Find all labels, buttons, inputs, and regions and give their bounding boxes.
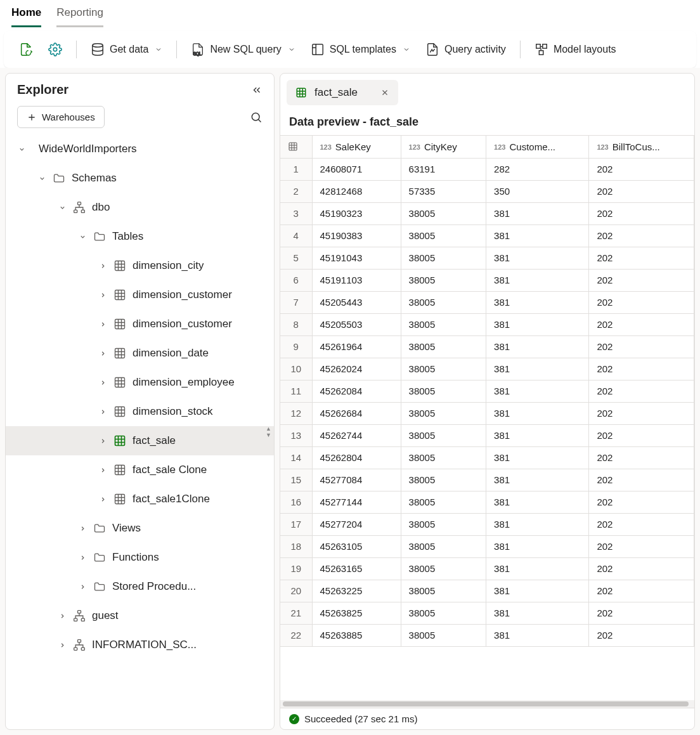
tree-table-5[interactable]: dimension_stock bbox=[6, 397, 274, 426]
table-row[interactable]: 224526388538005381202 bbox=[280, 624, 694, 646]
table-row[interactable]: 44519038338005381202 bbox=[280, 224, 694, 247]
close-icon[interactable] bbox=[380, 88, 389, 97]
tree-root[interactable]: WideWorldImporters bbox=[6, 134, 274, 164]
column-header-1[interactable]: 123CityKey bbox=[401, 136, 486, 158]
rownum-cell: 20 bbox=[280, 580, 312, 602]
tree-views[interactable]: Views bbox=[6, 514, 274, 543]
table-row[interactable]: 84520550338005381202 bbox=[280, 313, 694, 335]
table-row[interactable]: 34519032338005381202 bbox=[280, 202, 694, 224]
caret-icon bbox=[98, 438, 107, 445]
warehouses-button[interactable]: Warehouses bbox=[17, 106, 105, 128]
status-text: Succeeded (27 sec 21 ms) bbox=[304, 713, 417, 724]
tree-item-label: INFORMATION_SC... bbox=[92, 631, 197, 659]
table-row[interactable]: 184526310538005381202 bbox=[280, 535, 694, 557]
column-header-0[interactable]: 123SaleKey bbox=[312, 136, 401, 158]
tree-tables[interactable]: Tables bbox=[6, 222, 274, 251]
table-row[interactable]: 164527714438005381202 bbox=[280, 491, 694, 513]
rownum-header[interactable] bbox=[280, 136, 312, 158]
table-row[interactable]: 144526280438005381202 bbox=[280, 446, 694, 469]
rownum-cell: 6 bbox=[280, 269, 312, 291]
table-row[interactable]: 194526316538005381202 bbox=[280, 557, 694, 580]
table-row[interactable]: 134526274438005381202 bbox=[280, 424, 694, 446]
caret-icon bbox=[58, 642, 67, 649]
table-row[interactable]: 124526268438005381202 bbox=[280, 402, 694, 424]
tree-table-1[interactable]: dimension_customer bbox=[6, 280, 274, 309]
cell: 202 bbox=[589, 424, 694, 446]
get-data-button[interactable]: Get data bbox=[86, 39, 167, 60]
cell: 350 bbox=[486, 180, 589, 202]
search-icon[interactable] bbox=[250, 111, 262, 124]
sql-file-icon: SQL bbox=[191, 42, 205, 56]
caret-icon bbox=[37, 175, 46, 182]
tree-item-label: WideWorldImporters bbox=[39, 135, 137, 163]
table-row[interactable]: 154527708438005381202 bbox=[280, 469, 694, 491]
tree-item-label: Tables bbox=[112, 223, 143, 250]
svg-rect-10 bbox=[81, 210, 84, 212]
cell: 202 bbox=[589, 335, 694, 358]
collapse-icon[interactable] bbox=[251, 84, 262, 96]
table-row[interactable]: 64519110338005381202 bbox=[280, 269, 694, 291]
tree-schemas[interactable]: Schemas bbox=[6, 164, 274, 193]
model-layouts-label: Model layouts bbox=[554, 44, 616, 55]
svg-point-1 bbox=[93, 44, 103, 48]
table-icon bbox=[113, 289, 126, 301]
rownum-cell: 16 bbox=[280, 491, 312, 513]
query-activity-button[interactable]: Query activity bbox=[420, 39, 511, 60]
rownum-cell: 7 bbox=[280, 291, 312, 313]
cell: 381 bbox=[486, 580, 589, 602]
tree-schema-guest[interactable]: guest bbox=[6, 601, 274, 630]
tree-table-8[interactable]: fact_sale1Clone bbox=[6, 485, 274, 514]
table-row[interactable]: 24281246857335350202 bbox=[280, 180, 694, 202]
sql-templates-button[interactable]: SQL templates bbox=[306, 39, 415, 60]
cell: 45190383 bbox=[312, 224, 401, 247]
caret-icon bbox=[98, 408, 107, 415]
tab-home[interactable]: Home bbox=[11, 6, 41, 27]
gear-icon bbox=[48, 42, 62, 56]
svg-text:SQL: SQL bbox=[193, 51, 202, 56]
refresh-button[interactable] bbox=[14, 39, 38, 60]
tree-table-6[interactable]: fact_sale bbox=[6, 426, 274, 455]
tree-table-4[interactable]: dimension_employee bbox=[6, 368, 274, 397]
cell: 45263165 bbox=[312, 557, 401, 580]
settings-button[interactable] bbox=[43, 39, 67, 60]
cell: 202 bbox=[589, 313, 694, 335]
tree-table-3[interactable]: dimension_date bbox=[6, 339, 274, 368]
table-row[interactable]: 174527720438005381202 bbox=[280, 513, 694, 535]
table-row[interactable]: 94526196438005381202 bbox=[280, 335, 694, 358]
table-row[interactable]: 12460807163191282202 bbox=[280, 158, 694, 180]
tree-item-label: Views bbox=[112, 514, 141, 542]
tree-table-7[interactable]: fact_sale Clone bbox=[6, 455, 274, 485]
cell: 38005 bbox=[401, 513, 486, 535]
cell: 38005 bbox=[401, 557, 486, 580]
tree-functions[interactable]: Functions bbox=[6, 543, 274, 572]
explorer-tree[interactable]: WideWorldImporters Schemas dbo Tables di… bbox=[6, 134, 274, 729]
data-grid[interactable]: 123SaleKey123CityKey123Custome...123Bill… bbox=[280, 135, 694, 700]
cell: 45277144 bbox=[312, 491, 401, 513]
table-row[interactable]: 114526208438005381202 bbox=[280, 380, 694, 402]
caret-icon bbox=[58, 204, 67, 211]
tab-reporting[interactable]: Reporting bbox=[56, 6, 103, 27]
horizontal-scrollbar[interactable] bbox=[280, 700, 694, 708]
schema-icon bbox=[73, 201, 86, 214]
table-row[interactable]: 204526322538005381202 bbox=[280, 580, 694, 602]
column-header-2[interactable]: 123Custome... bbox=[486, 136, 589, 158]
svg-rect-25 bbox=[81, 647, 84, 650]
table-row[interactable]: 74520544338005381202 bbox=[280, 291, 694, 313]
folder-icon bbox=[53, 172, 65, 185]
svg-rect-24 bbox=[74, 647, 77, 650]
new-sql-button[interactable]: SQL New SQL query bbox=[186, 39, 300, 60]
tree-schema-information[interactable]: INFORMATION_SC... bbox=[6, 630, 274, 660]
model-layouts-button[interactable]: Model layouts bbox=[529, 39, 621, 60]
table-row[interactable]: 214526382538005381202 bbox=[280, 602, 694, 624]
tree-schema-dbo[interactable]: dbo bbox=[6, 193, 274, 222]
column-header-3[interactable]: 123BillToCus... bbox=[589, 136, 694, 158]
caret-icon bbox=[98, 379, 107, 386]
document-tab[interactable]: fact_sale bbox=[287, 80, 398, 105]
table-row[interactable]: 54519104338005381202 bbox=[280, 247, 694, 269]
tree-storedprocs[interactable]: Stored Procedu... bbox=[6, 572, 274, 601]
tree-table-2[interactable]: dimension_customer bbox=[6, 309, 274, 339]
table-row[interactable]: 104526202438005381202 bbox=[280, 358, 694, 380]
rownum-cell: 21 bbox=[280, 602, 312, 624]
tree-table-0[interactable]: dimension_city bbox=[6, 251, 274, 280]
schema-icon bbox=[73, 609, 86, 622]
